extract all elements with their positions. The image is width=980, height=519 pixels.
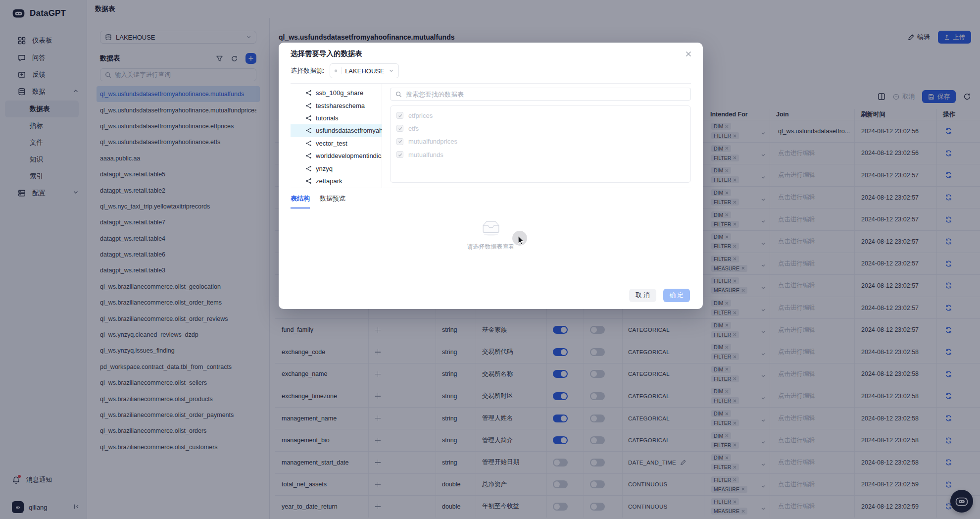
modal-title: 选择需要导入的数据表	[291, 49, 362, 58]
modal-datasource-row: 选择数据源: LAKEHOUSE	[291, 63, 399, 78]
tab-table-structure[interactable]: 表结构	[291, 194, 310, 208]
schema-item[interactable]: vector_test	[291, 137, 382, 150]
modal-datasource-select[interactable]: LAKEHOUSE	[330, 63, 399, 78]
datasource-value: LAKEHOUSE	[345, 67, 384, 75]
chevron-down-icon	[389, 67, 394, 75]
empty-state: 请选择数据表查看	[279, 219, 703, 251]
share-icon	[305, 103, 312, 109]
share-icon	[305, 127, 312, 134]
share-icon	[305, 140, 312, 147]
modal-table-option[interactable]: etfs	[396, 122, 685, 135]
datasource-label: 选择数据源:	[291, 66, 325, 75]
modal-split: ssb_100g_share testshareschema tutorials…	[291, 83, 691, 188]
modal-tabs: 表结构 数据预览	[291, 194, 345, 208]
app-window: DataGPT 仪表板 问答 反馈 数据 数据表 指标 文件 知识	[0, 0, 980, 519]
close-button[interactable]	[684, 50, 693, 58]
modal-table-picker: etfprices etfs mutualfundprices mutualfu…	[382, 84, 691, 188]
schema-item[interactable]: worlddevelopmentindicato	[291, 150, 382, 162]
modal-table-option[interactable]: mutualfundprices	[396, 135, 685, 148]
empty-state-text: 请选择数据表查看	[279, 243, 703, 251]
modal-footer: 取 消 确 定	[629, 289, 690, 302]
checkbox-checked-icon	[396, 112, 403, 119]
database-icon	[335, 67, 337, 74]
checkbox-checked-icon	[396, 151, 403, 158]
schema-item[interactable]: ynzyq	[291, 162, 382, 174]
modal-search[interactable]	[390, 88, 691, 101]
modal-table-options: etfprices etfs mutualfundprices mutualfu…	[390, 105, 691, 183]
share-icon	[305, 153, 312, 159]
modal-table-option[interactable]: mutualfunds	[396, 148, 685, 161]
import-tables-modal: 选择需要导入的数据表 选择数据源: LAKEHOUSE ssb_100g_sha…	[279, 43, 703, 309]
tab-data-preview[interactable]: 数据预览	[320, 194, 345, 208]
schema-item[interactable]: testshareschema	[291, 99, 382, 111]
schema-item[interactable]: zettapark	[291, 175, 382, 187]
checkbox-checked-icon	[396, 125, 403, 132]
share-icon	[305, 165, 312, 172]
close-icon	[686, 51, 691, 57]
share-icon	[305, 115, 312, 121]
schema-item[interactable]: tutorials	[291, 112, 382, 124]
modal-search-input[interactable]	[406, 91, 686, 98]
checkbox-checked-icon	[396, 138, 403, 145]
empty-inbox-icon	[480, 219, 502, 237]
schema-item[interactable]: usfundsdatasetfromyahoo	[291, 124, 382, 137]
share-icon	[305, 178, 312, 184]
schema-list: ssb_100g_share testshareschema tutorials…	[291, 84, 382, 188]
schema-item[interactable]: ssb_100g_share	[291, 87, 382, 99]
cancel-button[interactable]: 取 消	[629, 289, 656, 302]
confirm-button[interactable]: 确 定	[663, 289, 690, 302]
share-icon	[305, 90, 312, 96]
search-icon	[395, 91, 402, 98]
modal-table-option[interactable]: etfprices	[396, 109, 685, 122]
